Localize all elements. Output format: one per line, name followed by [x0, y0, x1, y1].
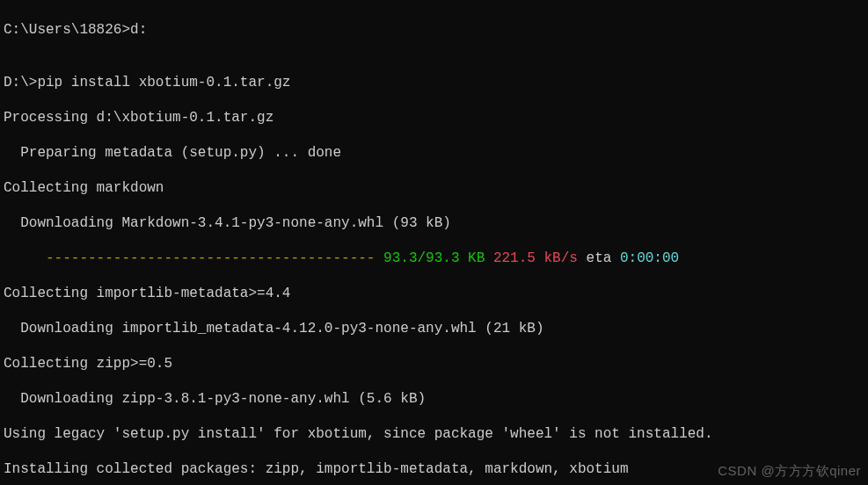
eta-label: eta: [578, 250, 620, 266]
output-line: Downloading importlib_metadata-4.12.0-py…: [4, 320, 868, 337]
prompt-line: C:\Users\18826>d:: [4, 21, 868, 39]
output-line: Processing d:\xbotium-0.1.tar.gz: [4, 109, 868, 127]
output-line: Collecting markdown: [4, 179, 868, 197]
watermark: CSDN @方方方钦qiner: [718, 462, 861, 480]
output-line: Preparing metadata (setup.py) ... done: [4, 144, 868, 162]
output-line: Downloading Markdown-3.4.1-py3-none-any.…: [4, 214, 868, 232]
output-line: Collecting zipp>=0.5: [4, 355, 868, 373]
output-line: Using legacy 'setup.py install' for xbot…: [4, 425, 868, 443]
progress-bar: --------------------------------------- …: [4, 250, 868, 267]
prompt-line: D:\>pip install xbotium-0.1.tar.gz: [4, 74, 868, 91]
terminal-window[interactable]: C:\Users\18826>d: D:\>pip install xbotiu…: [0, 0, 868, 485]
output-line: Collecting importlib-metadata>=4.4: [4, 285, 868, 302]
progress-speed: 221.5 kB/s: [493, 250, 578, 266]
output-line: Downloading zipp-3.8.1-py3-none-any.whl …: [4, 390, 868, 408]
eta-time: 0:00:00: [620, 250, 679, 266]
progress-size: 93.3/93.3 KB: [383, 250, 485, 266]
progress-dashes: ---------------------------------------: [37, 250, 383, 266]
